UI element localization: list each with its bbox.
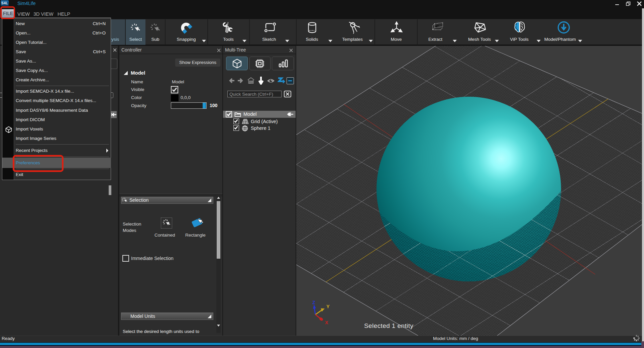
- svg-text:X: X: [325, 320, 328, 325]
- svg-text:Selected 1 entity: Selected 1 entity: [364, 322, 413, 329]
- svg-text:Z: Z: [312, 300, 315, 305]
- svg-text:Y: Y: [326, 304, 330, 309]
